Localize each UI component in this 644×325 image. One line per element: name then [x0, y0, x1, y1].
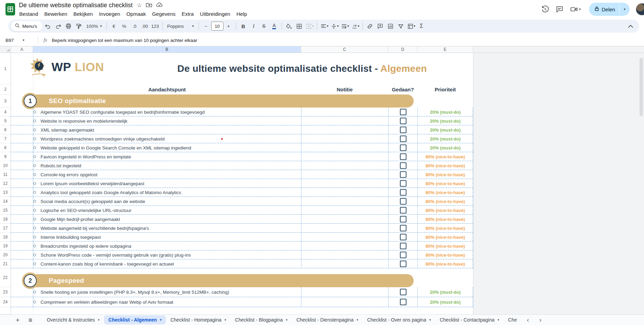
formula-input[interactable]: Beperk inlogpogingen tot een maximum van…: [52, 38, 197, 43]
table-row[interactable]: Google Mijn bedrijf-profiel aangemaakt80…: [11, 215, 473, 224]
all-sheets-button[interactable]: ≡: [28, 317, 32, 323]
undo-button[interactable]: [43, 21, 53, 31]
checkbox[interactable]: [400, 251, 406, 258]
cloud-status-icon[interactable]: [156, 2, 163, 8]
table-row[interactable]: Website gekoppeld in Google Search Conso…: [11, 143, 473, 152]
checkbox[interactable]: [400, 117, 406, 124]
sheet-tab-checklist-dienstenpagina[interactable]: Checklist - Dienstenpagina▾: [292, 315, 363, 324]
meet-call-button[interactable]: ▾: [570, 5, 581, 13]
table-row[interactable]: Robots.txt ingesteld80% (nice-to-have): [11, 161, 473, 170]
tabs-scroll-left-button[interactable]: ‹: [527, 316, 529, 324]
sheet-tab-checklist-contactpagina[interactable]: Checklist - Contactpagina▾: [435, 315, 504, 324]
checkbox[interactable]: [400, 162, 406, 169]
checkbox[interactable]: [400, 198, 406, 204]
decrease-font-size-button[interactable]: −: [201, 21, 211, 31]
row-header-17[interactable]: 17: [0, 224, 11, 233]
row-header-12[interactable]: 12: [0, 179, 11, 188]
more-formats-button[interactable]: 123: [150, 21, 160, 31]
star-icon[interactable]: ☆: [137, 2, 142, 8]
column-header-B[interactable]: B: [33, 46, 301, 53]
borders-button[interactable]: [295, 21, 304, 31]
move-folder-icon[interactable]: [146, 2, 152, 9]
add-sheet-button[interactable]: +: [16, 317, 20, 323]
row-header-3[interactable]: 3: [0, 94, 11, 108]
menu-item-uitbreidingen[interactable]: Uitbreidingen: [197, 10, 233, 18]
comments-icon[interactable]: [555, 5, 564, 13]
row-header-11[interactable]: 11: [0, 170, 11, 179]
column-header-E[interactable]: E: [417, 46, 473, 53]
sheet-tab-checklist-homepagina[interactable]: Checklist - Homepagina▾: [166, 315, 230, 324]
checkbox[interactable]: [400, 216, 406, 222]
checkbox[interactable]: [400, 135, 406, 142]
row-header-19[interactable]: 19: [0, 242, 11, 250]
text-wrap-button[interactable]: ▾: [340, 21, 350, 31]
header-aandachtspunt[interactable]: Aandachtspunt: [33, 85, 301, 94]
checkbox[interactable]: [400, 126, 406, 133]
text-rotation-button[interactable]: A▾: [350, 21, 360, 31]
table-row[interactable]: Lorem Ipsum voorbeeldtekst verwijderd/aa…: [11, 179, 473, 188]
row-header-5[interactable]: 5: [0, 116, 11, 125]
row-header-4[interactable]: 4: [0, 108, 11, 116]
header-notitie[interactable]: Notitie: [301, 85, 388, 94]
toolbar-search-button[interactable]: Menu's: [11, 21, 43, 31]
menu-item-extra[interactable]: Extra: [179, 10, 197, 18]
share-button[interactable]: Delen ▾: [589, 3, 630, 16]
sheets-logo-icon[interactable]: [5, 3, 15, 15]
header-gedaan[interactable]: Gedaan?: [388, 85, 417, 94]
table-row[interactable]: Website is responsive en mobielvriendeli…: [11, 116, 473, 125]
create-filter-button[interactable]: [396, 21, 406, 31]
table-row[interactable]: XML sitemap aangemaakt20% (must-do): [11, 125, 473, 134]
checkbox[interactable]: [400, 153, 406, 160]
row-header-15[interactable]: 15: [0, 206, 11, 215]
table-row[interactable]: Website aangemeld bij verschillende bedr…: [11, 224, 473, 233]
row-header-18[interactable]: 18: [0, 233, 11, 242]
share-dropdown[interactable]: ▾: [620, 3, 630, 16]
insert-chart-button[interactable]: [386, 21, 395, 31]
menu-item-bewerken[interactable]: Bewerken: [41, 10, 70, 18]
checkbox[interactable]: [400, 189, 406, 195]
row-header-13[interactable]: 13: [0, 188, 11, 197]
checkbox[interactable]: [400, 144, 406, 151]
checkbox[interactable]: [400, 260, 406, 267]
menu-item-help[interactable]: Help: [233, 10, 250, 18]
table-row[interactable]: Breadcrumbs ingesteld op iedere subpagin…: [11, 242, 473, 250]
checkbox[interactable]: [400, 234, 406, 240]
print-button[interactable]: [64, 21, 73, 31]
menu-item-bestand[interactable]: Bestand: [16, 10, 41, 18]
table-row[interactable]: Logische en SEO-vriendelijke URL-structu…: [11, 206, 473, 215]
checkbox[interactable]: [400, 243, 406, 249]
text-color-button[interactable]: A: [272, 23, 276, 29]
column-header-D[interactable]: D: [388, 46, 417, 53]
table-row[interactable]: Console-log errors opgelost80% (nice-to-…: [11, 170, 473, 179]
row-header-23[interactable]: 23: [0, 287, 11, 297]
row-header-2[interactable]: 2: [0, 85, 11, 94]
checkbox[interactable]: [400, 289, 406, 295]
fill-color-button[interactable]: [284, 21, 294, 31]
tabs-scroll-right-button[interactable]: ›: [539, 316, 541, 324]
format-percent-button[interactable]: %: [119, 21, 129, 31]
table-row[interactable]: Wordpress zoekmachines ontmoedigen vinkj…: [11, 134, 473, 143]
row-header-7[interactable]: 7: [0, 134, 11, 143]
row-header-21[interactable]: 21: [0, 259, 11, 268]
insert-link-button[interactable]: [365, 21, 375, 31]
sheet-tab-checklist-blogpagina[interactable]: Checklist - Blogpagina▾: [231, 315, 292, 324]
checkbox[interactable]: [400, 180, 406, 187]
version-history-icon[interactable]: [541, 5, 549, 13]
vertical-align-button[interactable]: ▾: [330, 21, 340, 31]
account-avatar[interactable]: [636, 3, 644, 15]
table-views-button[interactable]: ▾: [406, 21, 416, 31]
row-header-1[interactable]: 1: [0, 53, 11, 85]
checkbox[interactable]: [400, 299, 406, 305]
table-row[interactable]: Content-kanon zoals blog of kennisbank -…: [11, 259, 473, 268]
functions-button[interactable]: Σ: [417, 21, 426, 31]
checkbox[interactable]: [400, 207, 406, 213]
row-header-9[interactable]: 9: [0, 152, 11, 161]
horizontal-align-button[interactable]: ▾: [320, 21, 329, 31]
row-header-20[interactable]: 20: [0, 250, 11, 259]
row-header-16[interactable]: 16: [0, 215, 11, 224]
sheet-tab-overzicht-instructies[interactable]: Overzicht & Instructies▾: [42, 315, 104, 324]
table-row[interactable]: Analytics tool gekoppeld zoals Google An…: [11, 188, 473, 197]
table-row[interactable]: Algemene YOAST SEO configuratie toegepas…: [11, 108, 473, 116]
row-header-8[interactable]: 8: [0, 143, 11, 152]
increase-font-size-button[interactable]: +: [224, 21, 233, 31]
